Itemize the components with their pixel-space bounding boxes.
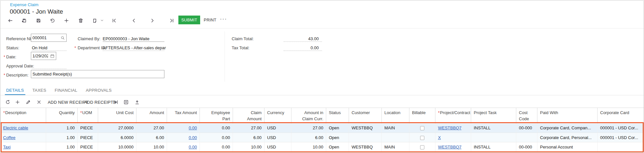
cell-unit_cost[interactable]: 27.0000 <box>98 124 136 133</box>
add-new-receipt-button[interactable]: ADD NEW RECEIPT <box>48 97 88 108</box>
add-row-button[interactable] <box>13 97 22 107</box>
reference-nbr-input[interactable] <box>31 35 60 40</box>
add-button[interactable] <box>61 16 71 25</box>
project_contract-link[interactable]: WESTBBQ7 <box>438 125 461 130</box>
cell-project_contract[interactable]: X <box>435 133 471 142</box>
cell-project_task[interactable] <box>471 133 516 142</box>
col-header-description[interactable]: Description <box>1 108 46 124</box>
col-header-status[interactable]: Status <box>326 108 349 124</box>
back-button[interactable] <box>5 16 15 25</box>
cell-quantity[interactable]: 1.00 <box>46 142 78 152</box>
cell-customer[interactable] <box>349 133 382 142</box>
date-field[interactable] <box>31 52 56 60</box>
search-icon[interactable] <box>60 35 66 41</box>
cell-uom[interactable]: PIECE <box>78 133 98 142</box>
col-header-location[interactable]: Location <box>382 108 409 124</box>
col-header-corporate_card[interactable]: Corporate Card <box>598 108 644 124</box>
cell-employee_part[interactable]: 0.00 <box>200 142 233 152</box>
tab-approvals[interactable]: APPROVALS <box>86 85 112 95</box>
col-header-claim_amount[interactable]: Claim Amount <box>233 108 264 124</box>
billable-checkbox[interactable] <box>420 136 424 140</box>
refresh-button[interactable] <box>3 97 13 107</box>
edit-row-button[interactable] <box>23 97 33 107</box>
grid-row-1[interactable]: Electric cable1.00PIECE27.000027.000.000… <box>1 124 644 133</box>
upload-button[interactable] <box>132 97 142 107</box>
cell-cost_code[interactable]: 00-000 <box>516 142 537 152</box>
export-excel-button[interactable] <box>121 97 131 107</box>
claimed-by-value[interactable]: EP00000003 - Jon Waite <box>103 36 149 41</box>
cell-amount[interactable]: 10.00 <box>136 142 167 152</box>
cell-customer[interactable]: WESTBBQ <box>349 124 382 133</box>
cell-amount[interactable]: 27.00 <box>136 124 167 133</box>
col-header-amount[interactable]: Amount <box>136 108 167 124</box>
col-header-quantity[interactable]: Quantity <box>46 108 78 124</box>
go-prev-button[interactable] <box>129 16 138 25</box>
grid-row-3[interactable]: Taxi1.00PIECE10.000010.000.000.0010.00US… <box>1 142 644 152</box>
col-header-unit_cost[interactable]: Unit Cost <box>98 108 136 124</box>
fit-width-button[interactable] <box>111 97 121 107</box>
cell-quantity[interactable]: 1.00 <box>46 133 78 142</box>
description-field[interactable] <box>31 70 164 78</box>
cell-cost_code[interactable]: 00-000 <box>516 124 537 133</box>
tab-taxes[interactable]: TAXES <box>32 85 46 95</box>
description-input[interactable] <box>31 72 164 76</box>
cell-uom[interactable]: PIECE <box>78 142 98 152</box>
billable-checkbox[interactable] <box>420 126 424 130</box>
col-header-employee_part[interactable]: Employee Part <box>200 108 233 124</box>
more-actions-button[interactable]: ··· <box>217 15 230 23</box>
cell-description[interactable]: Electric cable <box>1 124 46 133</box>
tax_amount-link[interactable]: 0.00 <box>189 125 197 130</box>
col-header-project_task[interactable]: Project Task <box>471 108 516 124</box>
clipboard-button[interactable] <box>90 16 99 25</box>
grid-row-2[interactable]: Coffee1.00PIECE6.00006.000.000.006.00USD… <box>1 133 644 142</box>
go-last-button[interactable] <box>167 16 176 25</box>
cell-amount_in_claim_curr[interactable]: 6.00 <box>291 133 326 142</box>
cell-location[interactable]: MAIN <box>382 142 409 152</box>
save-and-close-button[interactable] <box>19 16 29 25</box>
cell-corporate_card[interactable]: 000001 - USD Cor... <box>598 124 644 133</box>
tax_amount-link[interactable]: 0.00 <box>189 135 197 140</box>
cell-status[interactable]: Open <box>326 142 349 152</box>
description-link[interactable]: Coffee <box>3 135 16 140</box>
department-id-value[interactable]: AFTERSALES - After-sales departmer <box>103 45 166 50</box>
calendar-icon[interactable] <box>49 53 55 59</box>
tab-financial[interactable]: FINANCIAL <box>55 85 77 95</box>
cell-description[interactable]: Taxi <box>1 142 46 152</box>
cell-amount_in_claim_curr[interactable]: 10.00 <box>291 142 326 152</box>
col-header-customer[interactable]: Customer <box>349 108 382 124</box>
cell-amount_in_claim_curr[interactable]: 27.00 <box>291 124 326 133</box>
delete-button[interactable] <box>76 16 85 25</box>
cell-billable[interactable] <box>409 124 435 133</box>
cell-corporate_card[interactable] <box>598 142 644 152</box>
project_contract-link[interactable]: WESTBBQ7 <box>438 145 461 149</box>
description-link[interactable]: Electric cable <box>3 125 28 130</box>
cell-project_contract[interactable]: WESTBBQ7 <box>435 124 471 133</box>
cell-billable[interactable] <box>409 142 435 152</box>
col-header-uom[interactable]: UOM <box>78 108 98 124</box>
cell-tax_amount[interactable]: 0.00 <box>167 133 200 142</box>
cell-employee_part[interactable]: 0.00 <box>200 124 233 133</box>
clipboard-menu-button[interactable] <box>99 16 105 25</box>
cell-claim_amount[interactable]: 27.00 <box>233 124 264 133</box>
col-header-currency[interactable]: Currency <box>264 108 291 124</box>
go-next-button[interactable] <box>148 16 157 25</box>
cell-currency[interactable]: USD <box>264 124 291 133</box>
cell-project_task[interactable]: INSTALL <box>471 142 516 152</box>
col-header-cost_code[interactable]: Cost Code <box>516 108 537 124</box>
cell-billable[interactable] <box>409 133 435 142</box>
cell-project_contract[interactable]: WESTBBQ7 <box>435 142 471 152</box>
col-header-amount_in_claim_curr[interactable]: Amount in Claim Curr. <box>291 108 326 124</box>
reference-nbr-field[interactable] <box>31 34 67 42</box>
tab-details[interactable]: DETAILS <box>6 85 24 95</box>
cell-cost_code[interactable] <box>516 133 537 142</box>
cell-customer[interactable]: WESTBBQ <box>349 142 382 152</box>
cell-tax_amount[interactable]: 0.00 <box>167 124 200 133</box>
undo-button[interactable] <box>47 16 57 25</box>
cell-claim_amount[interactable]: 6.00 <box>233 133 264 142</box>
cell-uom[interactable]: PIECE <box>78 124 98 133</box>
cell-tax_amount[interactable]: 0.00 <box>167 142 200 152</box>
col-header-billable[interactable]: Billable <box>409 108 435 124</box>
col-header-paid_with[interactable]: Paid With <box>537 108 598 124</box>
cell-employee_part[interactable]: 0.00 <box>200 133 233 142</box>
cell-corporate_card[interactable]: 000001 - USD Cor... <box>598 133 644 142</box>
